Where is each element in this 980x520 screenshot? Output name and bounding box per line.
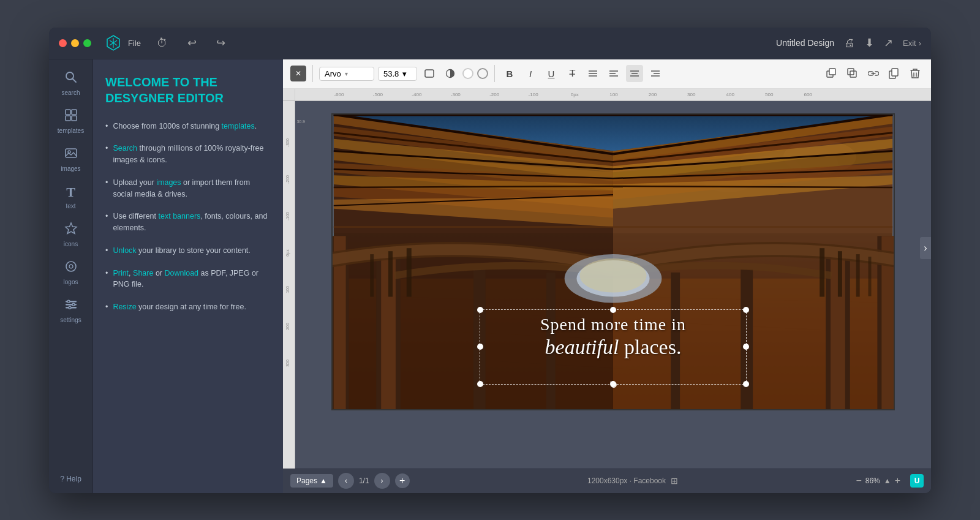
align-left-button[interactable] (605, 65, 622, 82)
templates-link[interactable]: templates (222, 122, 255, 130)
list-button[interactable] (584, 65, 601, 82)
svg-text:-100: -100 (529, 92, 538, 97)
exit-arrow-icon: › (919, 39, 921, 48)
text-element[interactable]: Spend more time in beautiful places. ↻ (484, 314, 742, 360)
icons-label: icons (64, 241, 78, 247)
next-page-button[interactable]: › (374, 473, 390, 489)
canvas-size-label: 1200x630px · Facebook (587, 477, 666, 485)
text-banners-link[interactable]: text banners (159, 212, 201, 220)
prev-icon: ‹ (345, 477, 347, 485)
zoom-up-icon: ▲ (884, 477, 891, 485)
share-icon[interactable]: ↗ (884, 36, 893, 50)
welcome-item-resize: Resize your design at any time for free. (105, 301, 271, 313)
watermark-button[interactable]: U (910, 474, 924, 488)
sidebar-item-templates[interactable]: templates (53, 104, 89, 139)
svg-rect-115 (838, 251, 842, 296)
svg-point-14 (67, 300, 70, 303)
share-link[interactable]: Share (133, 269, 153, 277)
welcome-item-templates: Choose from 1000s of stunning templates. (105, 121, 271, 132)
canvas-inner: -300 -200 -100 0px 100 200 300 (283, 101, 931, 469)
canvas-scroll-right-button[interactable]: › (920, 237, 931, 259)
background-image (333, 115, 894, 409)
duplicate-button[interactable] (886, 65, 903, 82)
sidebar-item-settings[interactable]: settings (53, 293, 89, 328)
font-size-select[interactable]: 53.8 ▾ (378, 67, 417, 81)
fit-to-window-button[interactable]: ⊞ (671, 476, 678, 486)
close-window-button[interactable] (59, 39, 67, 47)
svg-point-7 (68, 151, 70, 153)
sidebar-item-logos[interactable]: logos (53, 255, 89, 290)
print-link[interactable]: Print (113, 269, 129, 277)
canvas-viewport[interactable]: 30.9 (295, 101, 931, 469)
unlock-link[interactable]: Unlock (113, 246, 136, 255)
exit-button[interactable]: Exit › (903, 39, 921, 48)
align-center-button[interactable] (626, 65, 643, 82)
send-back-button[interactable] (844, 65, 861, 82)
deselect-button[interactable]: ✕ (290, 66, 306, 81)
resize-link[interactable]: Resize (113, 303, 136, 311)
svg-text:600: 600 (804, 92, 812, 97)
pages-chevron-icon: ▲ (320, 477, 327, 485)
print-icon[interactable]: 🖨 (844, 37, 855, 50)
delete-button[interactable] (907, 65, 924, 82)
welcome-list: Choose from 1000s of stunning templates.… (105, 121, 271, 313)
help-label: ? Help (60, 475, 81, 483)
canvas-scroll-area: -600 -500 -400 -300 -200 -100 0px 100 20… (283, 89, 931, 469)
bring-front-button[interactable] (823, 65, 840, 82)
titlebar-menu: File ⏱ ↩ ↪ (128, 34, 776, 52)
svg-rect-118 (407, 248, 412, 296)
sidebar-item-search[interactable]: search (53, 66, 89, 101)
page-indicator: 1/1 (359, 477, 369, 485)
search-icon (64, 70, 78, 87)
undo-icon[interactable]: ↩ (184, 34, 200, 52)
ruler-corner (283, 89, 295, 101)
text-bg-button[interactable] (421, 65, 438, 82)
svg-rect-4 (66, 116, 70, 121)
file-menu[interactable]: File (128, 39, 141, 48)
svg-text:-100: -100 (285, 211, 290, 220)
italic-button[interactable]: I (522, 65, 539, 82)
download-icon[interactable]: ⬇ (865, 36, 874, 50)
logos-label: logos (64, 279, 78, 285)
svg-text:-600: -600 (334, 92, 344, 97)
minimize-window-button[interactable] (71, 39, 79, 47)
images-link[interactable]: images (156, 178, 181, 187)
help-button[interactable]: ? Help (60, 475, 81, 483)
text-color-button[interactable] (462, 68, 473, 79)
welcome-item-search: Search through millions of 100% royalty-… (105, 143, 271, 166)
search-link[interactable]: Search (113, 144, 137, 153)
download-link[interactable]: Download (164, 269, 198, 277)
svg-point-10 (69, 265, 73, 268)
svg-text:200: 200 (649, 92, 657, 97)
bold-button[interactable]: B (501, 65, 518, 82)
maximize-window-button[interactable] (83, 39, 91, 47)
main-area: search templates images T text (49, 59, 931, 493)
images-label: images (61, 165, 80, 172)
text-line2: beautiful places. (484, 335, 742, 360)
svg-rect-33 (850, 71, 856, 77)
sidebar-item-text[interactable]: T text (53, 179, 89, 214)
font-size-label: 53.8 (383, 69, 399, 78)
design-canvas[interactable]: Spend more time in beautiful places. ↻ (331, 113, 895, 410)
zoom-in-button[interactable]: + (895, 475, 900, 486)
font-family-select[interactable]: Arvo ▾ (319, 67, 374, 81)
search-label: search (61, 89, 80, 96)
contrast-button[interactable] (442, 65, 459, 82)
titlebar-right: Untitled Design 🖨 ⬇ ↗ Exit › (776, 36, 921, 50)
text-normal: places. (624, 336, 681, 358)
rotate-handle[interactable]: ↻ (609, 379, 617, 391)
add-page-button[interactable]: + (395, 473, 410, 488)
link-button[interactable] (865, 65, 882, 82)
sidebar-item-icons[interactable]: icons (53, 217, 89, 252)
underline-button[interactable]: U (543, 65, 560, 82)
history-icon[interactable]: ⏱ (153, 34, 172, 52)
svg-text:300: 300 (285, 360, 290, 367)
outline-color-button[interactable] (477, 68, 488, 79)
redo-icon[interactable]: ↪ (213, 34, 229, 52)
strikethrough-button[interactable]: T̶ (564, 65, 581, 82)
prev-page-button[interactable]: ‹ (338, 473, 354, 489)
zoom-out-button[interactable]: − (856, 475, 861, 486)
align-right-button[interactable] (647, 65, 664, 82)
pages-button[interactable]: Pages ▲ (290, 474, 333, 488)
sidebar-item-images[interactable]: images (53, 141, 89, 177)
